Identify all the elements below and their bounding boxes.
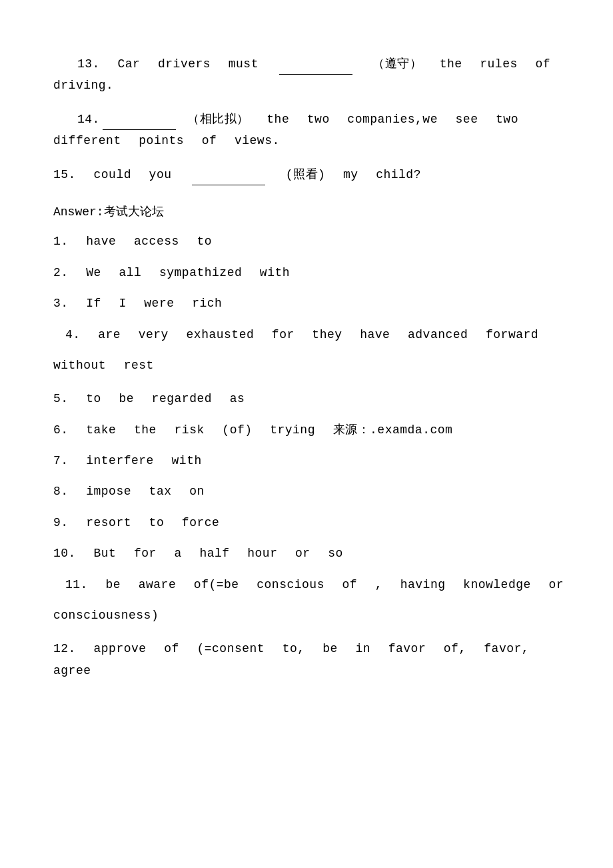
answer-3: 3. If I were rich	[53, 293, 573, 314]
answer-2: 2. We all sympathized with	[53, 262, 573, 283]
main-content: 13. Car drivers must （遵守） the rules of d…	[53, 53, 573, 681]
answer-4-block: 4. are very exhausted for they have adva…	[53, 324, 573, 377]
answer-11-line2: consciousness)	[53, 605, 573, 626]
answer-8: 8. impose tax on	[53, 481, 573, 502]
answer-7: 7. interfere with	[53, 450, 573, 471]
question-14-line1: 14. （相比拟） the two companies,we see two	[53, 109, 573, 130]
answer-6: 6. take the risk (of) trying 来源：.examda.…	[53, 419, 573, 441]
question-14-line2: different points of views.	[53, 130, 573, 151]
question-15: 15. could you (照看) my child?	[53, 164, 573, 185]
answer-1: 1. have access to	[53, 231, 573, 252]
question-14: 14. （相比拟） the two companies,we see two d…	[53, 109, 573, 152]
answer-11-line1: 11. be aware of(=be conscious of , havin…	[53, 574, 573, 595]
answer-4-line1: 4. are very exhausted for they have adva…	[53, 324, 573, 345]
answer-9: 9. resort to force	[53, 512, 573, 533]
question-13-line2: driving.	[53, 75, 573, 96]
answer-12: 12. approve of (=consent to, be in favor…	[53, 638, 573, 681]
blank-13	[279, 74, 352, 75]
question-13-line1: 13. Car drivers must （遵守） the rules of	[53, 53, 573, 75]
question-15-line1: 15. could you (照看) my child?	[53, 164, 573, 185]
answer-4-line2: without rest	[53, 355, 573, 376]
answer-11-block: 11. be aware of(=be conscious of , havin…	[53, 574, 573, 627]
blank-15	[192, 185, 265, 185]
answer-10: 10. But for a half hour or so	[53, 543, 573, 564]
answer-label: Answer:考试大论坛	[53, 201, 573, 223]
answer-5: 5. to be regarded as	[53, 388, 573, 409]
question-13: 13. Car drivers must （遵守） the rules of d…	[53, 53, 573, 97]
